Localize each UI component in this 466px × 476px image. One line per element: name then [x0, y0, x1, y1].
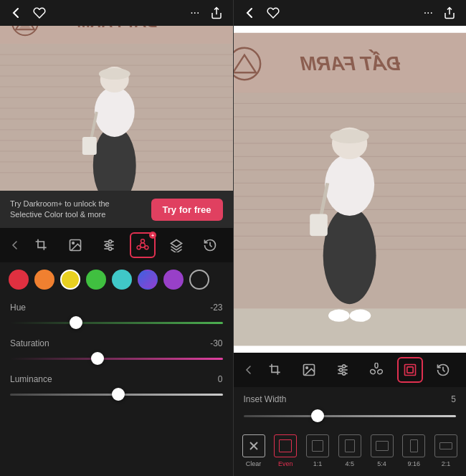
more-icon-right[interactable]: ···	[424, 6, 433, 19]
ratio-1-1-label: 1:1	[313, 460, 323, 467]
ratio-5-4[interactable]: 5:4	[371, 434, 394, 467]
left-nav-prev[interactable]	[9, 239, 21, 251]
right-image: ĐẤT FARM	[234, 26, 467, 353]
saturation-slider-row: Saturation -30	[10, 338, 223, 366]
inset-slider[interactable]	[244, 409, 457, 423]
left-toolbar: +	[0, 228, 233, 262]
svg-point-60	[330, 129, 368, 143]
crop-tool-right[interactable]	[262, 357, 288, 383]
svg-rect-23	[82, 137, 97, 155]
hue-slider-row: Hue -23	[10, 303, 223, 330]
swatch-red[interactable]	[9, 270, 29, 290]
svg-point-29	[109, 240, 112, 243]
ratio-5-4-label: 5:4	[377, 460, 386, 467]
swatch-yellow[interactable]	[60, 270, 80, 290]
right-top-bar: ···	[234, 0, 467, 26]
svg-point-19	[95, 87, 135, 137]
ratio-even-label: Even	[278, 460, 293, 467]
ratio-clear[interactable]: Clear	[242, 434, 265, 467]
right-panel: ···	[234, 0, 467, 476]
selective-color-tool-left[interactable]: +	[130, 232, 156, 258]
crop-tool-left[interactable]	[29, 232, 54, 258]
ratio-clear-label: Clear	[246, 460, 262, 467]
upsell-banner: Try Darkroom+ to unlock the Selective Co…	[0, 191, 233, 228]
ratio-even[interactable]: Even	[274, 434, 297, 467]
back-icon-right[interactable]	[244, 6, 257, 19]
image-tool-left[interactable]	[62, 232, 88, 258]
upsell-text: Try Darkroom+ to unlock the Selective Co…	[10, 199, 139, 221]
svg-point-58	[325, 154, 374, 216]
ratio-9-16[interactable]: 9:16	[402, 434, 425, 467]
share-icon-left[interactable]	[210, 6, 223, 19]
back-icon-left[interactable]	[10, 6, 23, 19]
svg-text:ĐẤT FARM: ĐẤT FARM	[76, 26, 157, 31]
svg-rect-73	[404, 365, 415, 376]
selective-color-tool-right[interactable]	[363, 357, 389, 383]
hue-value: -23	[210, 303, 222, 313]
sliders-tool-left[interactable]	[96, 232, 122, 258]
svg-point-31	[106, 244, 109, 247]
svg-point-68	[342, 365, 345, 368]
swatch-cyan[interactable]	[112, 270, 132, 290]
luminance-value: 0	[218, 374, 223, 384]
try-for-free-button[interactable]: Try for free	[151, 199, 223, 221]
more-icon-left[interactable]: ···	[190, 6, 199, 19]
ratio-2-1[interactable]: 2:1	[434, 434, 457, 467]
heart-icon-right[interactable]	[267, 6, 280, 19]
svg-point-66	[306, 367, 308, 368]
left-panel: ···	[0, 0, 233, 476]
svg-point-35	[141, 239, 145, 243]
layers-tool-left[interactable]	[163, 232, 189, 258]
swatch-purple[interactable]	[163, 270, 184, 290]
svg-point-70	[339, 368, 342, 371]
sliders-section: Hue -23 Saturation -30 L	[0, 297, 233, 476]
saturation-value: -30	[210, 338, 222, 348]
share-icon-right[interactable]	[443, 6, 456, 19]
inset-value: 5	[451, 394, 456, 404]
svg-text:ĐẤT FARM: ĐẤT FARM	[299, 49, 400, 75]
hue-label: Hue	[10, 303, 26, 313]
ratio-4-5-label: 4:5	[345, 460, 354, 467]
swatch-green[interactable]	[86, 270, 106, 290]
inset-section: Inset Width 5	[234, 387, 467, 429]
heart-icon-left[interactable]	[33, 6, 46, 19]
sliders-tool-right[interactable]	[330, 357, 356, 383]
luminance-label: Luminance	[10, 374, 52, 384]
svg-point-21	[99, 68, 130, 80]
right-nav-prev[interactable]	[243, 364, 255, 376]
svg-point-27	[72, 242, 75, 244]
luminance-slider-row: Luminance 0	[10, 374, 223, 401]
ratio-9-16-label: 9:16	[407, 460, 420, 467]
left-top-bar: ···	[0, 0, 233, 26]
svg-point-33	[109, 247, 112, 250]
left-image: ĐẤT FARM	[0, 26, 233, 191]
ratio-1-1[interactable]: 1:1	[306, 434, 329, 467]
svg-point-63	[328, 310, 350, 322]
ratio-2-1-label: 2:1	[442, 460, 451, 467]
history-tool-left[interactable]	[197, 232, 223, 258]
swatch-orange[interactable]	[34, 270, 54, 290]
ratio-section: Clear Even 1:1 4:5 5:4	[234, 429, 467, 476]
swatch-blue-purple[interactable]	[138, 270, 158, 290]
svg-rect-62	[310, 214, 328, 237]
swatch-magenta[interactable]	[189, 270, 209, 290]
saturation-label: Saturation	[10, 338, 49, 348]
svg-point-64	[349, 310, 371, 322]
svg-point-37	[137, 246, 141, 249]
luminance-slider[interactable]	[10, 387, 223, 401]
svg-point-36	[145, 246, 148, 249]
image-tool-right[interactable]	[296, 357, 322, 383]
frame-tool-right[interactable]	[397, 357, 423, 383]
saturation-slider[interactable]	[10, 351, 223, 366]
color-swatches	[0, 262, 233, 297]
svg-point-72	[342, 372, 345, 375]
right-toolbar	[234, 353, 467, 387]
hue-slider[interactable]	[10, 315, 223, 330]
inset-label: Inset Width	[244, 394, 287, 404]
svg-rect-74	[406, 367, 412, 373]
ratio-4-5[interactable]: 4:5	[338, 434, 361, 467]
history-tool-right[interactable]	[430, 357, 456, 383]
svg-point-57	[323, 207, 376, 305]
